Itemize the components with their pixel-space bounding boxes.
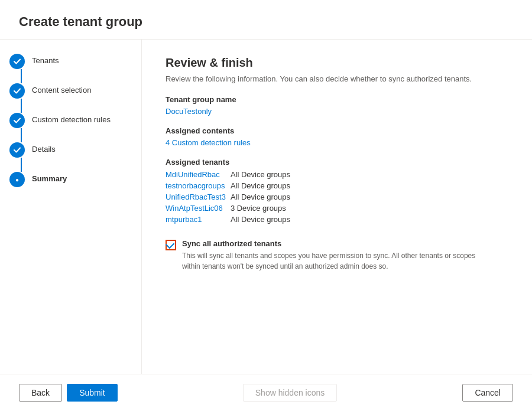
assigned-contents-link[interactable]: 4 Custom detection rules — [166, 138, 251, 147]
tenant-name-3: WinAtpTestLic06 — [166, 203, 231, 214]
tenant-group-name-block: Tenant group name DocuTestonly — [166, 95, 508, 116]
step-label-summary: Summary — [32, 172, 67, 183]
step-label-custom: Custom detection rules — [32, 113, 111, 124]
review-subtitle: Review the following information. You ca… — [166, 74, 508, 83]
table-row: UnifiedRbacTest3 All Device groups — [166, 191, 295, 203]
tenant-name-2: UnifiedRbacTest3 — [166, 191, 231, 203]
content-area: Tenants Content selection — [0, 40, 532, 374]
assigned-contents-block: Assigned contents 4 Custom detection rul… — [166, 126, 508, 147]
back-button[interactable]: Back — [19, 384, 62, 402]
connector-content — [21, 99, 22, 113]
cancel-button[interactable]: Cancel — [462, 384, 513, 402]
step-left-content — [9, 83, 25, 113]
check-icon-custom — [13, 116, 21, 125]
connector-details — [21, 158, 22, 172]
tenant-group-label: Tenant group name — [166, 95, 508, 104]
step-tenants: Tenants — [9, 54, 132, 83]
submit-button[interactable]: Submit — [67, 384, 118, 402]
tenant-scope-3: 3 Device groups — [231, 203, 295, 214]
review-heading: Review & finish — [166, 56, 508, 70]
show-hidden-icons-button[interactable]: Show hidden icons — [243, 384, 338, 402]
step-label-tenants: Tenants — [32, 54, 59, 65]
step-summary: ● Summary — [9, 172, 132, 187]
main-content: Review & finish Review the following inf… — [142, 40, 532, 374]
sync-description: This will sync all tenants and scopes yo… — [182, 250, 478, 272]
step-left-summary: ● — [9, 172, 25, 187]
tenant-name-1: testnorbacgroups — [166, 180, 231, 191]
tenant-name-4: mtpurbac1 — [166, 214, 231, 225]
tenants-table: MdiUnifiedRbac All Device groups testnor… — [166, 169, 295, 225]
step-circle-tenants — [9, 54, 25, 69]
step-circle-content — [9, 83, 25, 99]
sync-text-block: Sync all authorized tenants This will sy… — [182, 239, 478, 272]
sync-label: Sync all authorized tenants — [182, 239, 478, 248]
table-row: MdiUnifiedRbac All Device groups — [166, 169, 295, 180]
footer-left: Back Submit — [19, 384, 118, 402]
page-container: Create tenant group Tenants — [0, 0, 532, 411]
step-label-content: Content selection — [32, 83, 91, 94]
step-circle-custom — [9, 113, 25, 128]
tenant-scope-2: All Device groups — [231, 191, 295, 203]
footer: Back Submit Show hidden icons Cancel — [0, 374, 532, 411]
table-row: testnorbacgroups All Device groups — [166, 180, 295, 191]
step-circle-summary: ● — [9, 172, 25, 187]
assigned-contents-label: Assigned contents — [166, 126, 508, 135]
sync-checkbox[interactable] — [166, 240, 176, 250]
table-row: WinAtpTestLic06 3 Device groups — [166, 203, 295, 214]
check-icon-tenants — [13, 57, 21, 66]
connector-custom — [21, 128, 22, 142]
step-left-custom — [9, 113, 25, 142]
step-circle-details — [9, 142, 25, 158]
tenant-scope-0: All Device groups — [231, 169, 295, 180]
tenant-scope-1: All Device groups — [231, 180, 295, 191]
assigned-tenants-block: Assigned tenants MdiUnifiedRbac All Devi… — [166, 158, 508, 225]
check-icon-content — [13, 87, 21, 95]
tenant-group-link[interactable]: DocuTestonly — [166, 107, 212, 116]
step-details: Details — [9, 142, 132, 172]
sync-row: Sync all authorized tenants This will sy… — [166, 239, 508, 272]
table-row: mtpurbac1 All Device groups — [166, 214, 295, 225]
step-label-details: Details — [32, 142, 56, 154]
sidebar: Tenants Content selection — [0, 40, 142, 374]
tenant-scope-4: All Device groups — [231, 214, 295, 225]
step-left-details — [9, 142, 25, 172]
tenant-name-0: MdiUnifiedRbac — [166, 169, 231, 180]
step-left-tenants — [9, 54, 25, 83]
step-content-selection: Content selection — [9, 83, 132, 113]
check-icon-details — [13, 146, 21, 154]
connector-tenants — [21, 69, 22, 83]
page-title: Create tenant group — [0, 0, 532, 40]
assigned-tenants-label: Assigned tenants — [166, 158, 508, 167]
step-custom-detection: Custom detection rules — [9, 113, 132, 142]
